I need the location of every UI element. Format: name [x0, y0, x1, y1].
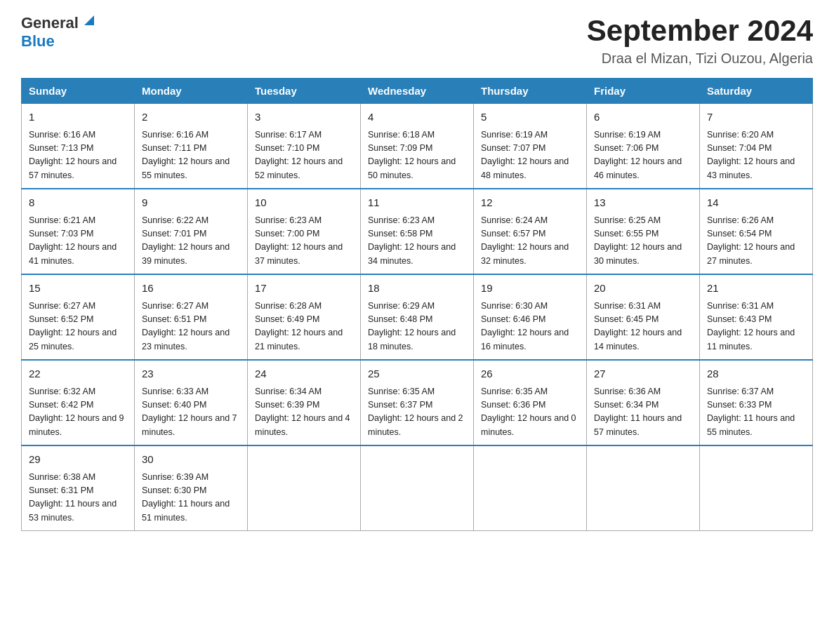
calendar-cell: 21Sunrise: 6:31 AMSunset: 6:43 PMDayligh…	[700, 274, 813, 360]
calendar-cell	[361, 445, 474, 531]
day-number: 11	[368, 195, 466, 211]
day-number: 24	[255, 366, 353, 382]
day-info: Sunrise: 6:19 AMSunset: 7:07 PMDaylight:…	[481, 128, 579, 183]
day-info: Sunrise: 6:23 AMSunset: 6:58 PMDaylight:…	[368, 214, 466, 269]
page-title: September 2024	[587, 14, 813, 48]
calendar-cell: 7Sunrise: 6:20 AMSunset: 7:04 PMDaylight…	[700, 103, 813, 189]
calendar-week-row: 8Sunrise: 6:21 AMSunset: 7:03 PMDaylight…	[22, 189, 813, 274]
calendar-cell: 4Sunrise: 6:18 AMSunset: 7:09 PMDaylight…	[361, 103, 474, 189]
day-info: Sunrise: 6:24 AMSunset: 6:57 PMDaylight:…	[481, 214, 579, 269]
calendar-cell: 6Sunrise: 6:19 AMSunset: 7:06 PMDaylight…	[587, 103, 700, 189]
day-number: 10	[255, 195, 353, 211]
calendar-header: SundayMondayTuesdayWednesdayThursdayFrid…	[22, 79, 813, 103]
logo-triangle-icon	[81, 13, 97, 28]
calendar-cell: 18Sunrise: 6:29 AMSunset: 6:48 PMDayligh…	[361, 274, 474, 360]
day-number: 7	[707, 109, 805, 126]
day-number: 23	[142, 366, 240, 382]
day-info: Sunrise: 6:35 AMSunset: 6:37 PMDaylight:…	[368, 385, 466, 440]
calendar-cell: 3Sunrise: 6:17 AMSunset: 7:10 PMDaylight…	[248, 103, 361, 189]
day-info: Sunrise: 6:27 AMSunset: 6:51 PMDaylight:…	[142, 300, 240, 354]
calendar-week-row: 29Sunrise: 6:38 AMSunset: 6:31 PMDayligh…	[22, 445, 813, 531]
calendar-cell: 10Sunrise: 6:23 AMSunset: 7:00 PMDayligh…	[248, 189, 361, 274]
day-number: 8	[29, 195, 127, 211]
day-number: 14	[707, 195, 805, 211]
day-number: 29	[29, 452, 127, 468]
day-info: Sunrise: 6:18 AMSunset: 7:09 PMDaylight:…	[368, 128, 466, 183]
calendar-cell: 9Sunrise: 6:22 AMSunset: 7:01 PMDaylight…	[135, 189, 248, 274]
calendar-body: 1Sunrise: 6:16 AMSunset: 7:13 PMDaylight…	[22, 103, 813, 531]
day-info: Sunrise: 6:17 AMSunset: 7:10 PMDaylight:…	[255, 128, 353, 183]
title-area: September 2024 Draa el Mizan, Tizi Ouzou…	[587, 14, 813, 67]
day-info: Sunrise: 6:38 AMSunset: 6:31 PMDaylight:…	[29, 471, 127, 525]
day-number: 30	[142, 452, 240, 468]
calendar-cell	[700, 445, 813, 531]
day-number: 25	[368, 366, 466, 382]
calendar-cell: 29Sunrise: 6:38 AMSunset: 6:31 PMDayligh…	[22, 445, 135, 531]
day-number: 13	[594, 195, 692, 211]
day-number: 6	[594, 109, 692, 126]
logo-blue: Blue	[21, 32, 55, 51]
weekday-header-friday: Friday	[587, 79, 700, 103]
logo-general: General	[21, 14, 79, 32]
calendar-cell: 5Sunrise: 6:19 AMSunset: 7:07 PMDaylight…	[474, 103, 587, 189]
day-number: 12	[481, 195, 579, 211]
calendar-cell: 11Sunrise: 6:23 AMSunset: 6:58 PMDayligh…	[361, 189, 474, 274]
day-number: 21	[707, 281, 805, 297]
calendar-cell: 12Sunrise: 6:24 AMSunset: 6:57 PMDayligh…	[474, 189, 587, 274]
calendar-week-row: 1Sunrise: 6:16 AMSunset: 7:13 PMDaylight…	[22, 103, 813, 189]
day-number: 2	[142, 109, 240, 126]
day-info: Sunrise: 6:22 AMSunset: 7:01 PMDaylight:…	[142, 214, 240, 269]
day-number: 26	[481, 366, 579, 382]
calendar-cell: 8Sunrise: 6:21 AMSunset: 7:03 PMDaylight…	[22, 189, 135, 274]
day-number: 18	[368, 281, 466, 297]
calendar-cell: 24Sunrise: 6:34 AMSunset: 6:39 PMDayligh…	[248, 360, 361, 445]
day-info: Sunrise: 6:34 AMSunset: 6:39 PMDaylight:…	[255, 385, 353, 440]
day-info: Sunrise: 6:26 AMSunset: 6:54 PMDaylight:…	[707, 214, 805, 269]
day-info: Sunrise: 6:33 AMSunset: 6:40 PMDaylight:…	[142, 385, 240, 440]
calendar-cell: 30Sunrise: 6:39 AMSunset: 6:30 PMDayligh…	[135, 445, 248, 531]
calendar-cell: 20Sunrise: 6:31 AMSunset: 6:45 PMDayligh…	[587, 274, 700, 360]
day-info: Sunrise: 6:16 AMSunset: 7:13 PMDaylight:…	[29, 128, 127, 183]
day-number: 15	[29, 281, 127, 297]
day-number: 4	[368, 109, 466, 126]
day-number: 17	[255, 281, 353, 297]
weekday-header-monday: Monday	[135, 79, 248, 103]
day-info: Sunrise: 6:39 AMSunset: 6:30 PMDaylight:…	[142, 471, 240, 525]
calendar-week-row: 22Sunrise: 6:32 AMSunset: 6:42 PMDayligh…	[22, 360, 813, 445]
calendar-cell: 17Sunrise: 6:28 AMSunset: 6:49 PMDayligh…	[248, 274, 361, 360]
calendar-cell: 16Sunrise: 6:27 AMSunset: 6:51 PMDayligh…	[135, 274, 248, 360]
day-number: 20	[594, 281, 692, 297]
day-number: 28	[707, 366, 805, 382]
day-info: Sunrise: 6:23 AMSunset: 7:00 PMDaylight:…	[255, 214, 353, 269]
calendar-cell	[474, 445, 587, 531]
calendar-cell: 2Sunrise: 6:16 AMSunset: 7:11 PMDaylight…	[135, 103, 248, 189]
calendar-cell: 14Sunrise: 6:26 AMSunset: 6:54 PMDayligh…	[700, 189, 813, 274]
day-info: Sunrise: 6:37 AMSunset: 6:33 PMDaylight:…	[707, 385, 805, 440]
calendar-cell	[587, 445, 700, 531]
day-info: Sunrise: 6:31 AMSunset: 6:45 PMDaylight:…	[594, 300, 692, 354]
weekday-header-wednesday: Wednesday	[361, 79, 474, 103]
calendar-cell: 13Sunrise: 6:25 AMSunset: 6:55 PMDayligh…	[587, 189, 700, 274]
calendar-cell: 27Sunrise: 6:36 AMSunset: 6:34 PMDayligh…	[587, 360, 700, 445]
day-number: 27	[594, 366, 692, 382]
weekday-header-thursday: Thursday	[474, 79, 587, 103]
calendar-cell: 19Sunrise: 6:30 AMSunset: 6:46 PMDayligh…	[474, 274, 587, 360]
calendar-cell: 28Sunrise: 6:37 AMSunset: 6:33 PMDayligh…	[700, 360, 813, 445]
header: General Blue September 2024 Draa el Miza…	[21, 14, 813, 67]
weekday-header-tuesday: Tuesday	[248, 79, 361, 103]
day-info: Sunrise: 6:29 AMSunset: 6:48 PMDaylight:…	[368, 300, 466, 354]
calendar-cell: 22Sunrise: 6:32 AMSunset: 6:42 PMDayligh…	[22, 360, 135, 445]
svg-marker-0	[84, 15, 94, 25]
calendar-cell	[248, 445, 361, 531]
day-number: 16	[142, 281, 240, 297]
weekday-header-row: SundayMondayTuesdayWednesdayThursdayFrid…	[22, 79, 813, 103]
calendar-cell: 15Sunrise: 6:27 AMSunset: 6:52 PMDayligh…	[22, 274, 135, 360]
subtitle: Draa el Mizan, Tizi Ouzou, Algeria	[587, 51, 813, 67]
day-info: Sunrise: 6:27 AMSunset: 6:52 PMDaylight:…	[29, 300, 127, 354]
day-number: 5	[481, 109, 579, 126]
calendar-cell: 23Sunrise: 6:33 AMSunset: 6:40 PMDayligh…	[135, 360, 248, 445]
calendar-cell: 25Sunrise: 6:35 AMSunset: 6:37 PMDayligh…	[361, 360, 474, 445]
day-info: Sunrise: 6:31 AMSunset: 6:43 PMDaylight:…	[707, 300, 805, 354]
weekday-header-sunday: Sunday	[22, 79, 135, 103]
day-info: Sunrise: 6:16 AMSunset: 7:11 PMDaylight:…	[142, 128, 240, 183]
